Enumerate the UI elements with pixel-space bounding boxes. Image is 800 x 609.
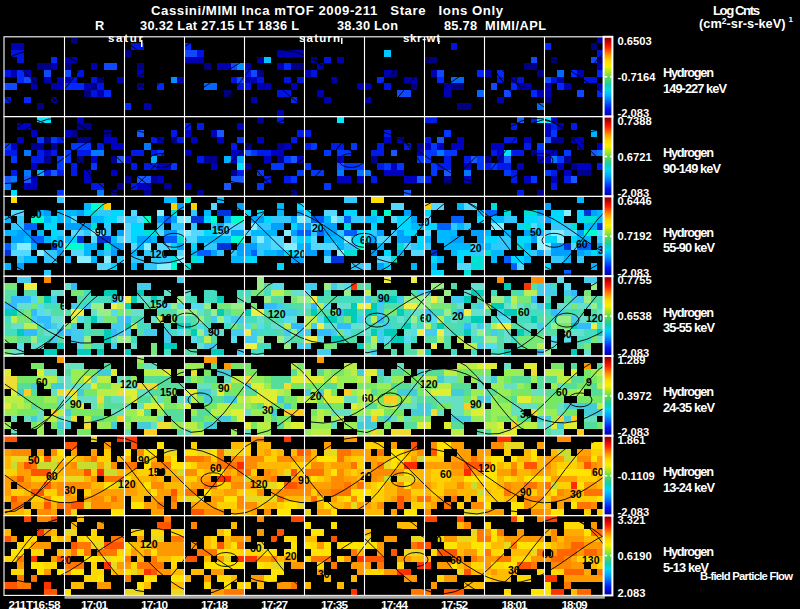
svg-text:120: 120	[140, 538, 158, 550]
svg-text:150: 150	[212, 224, 230, 236]
svg-text:R: R	[95, 18, 104, 33]
svg-text:60: 60	[52, 238, 64, 250]
svg-text:30: 30	[560, 328, 572, 340]
svg-text:120: 120	[120, 378, 138, 390]
svg-text:90: 90	[430, 534, 442, 546]
svg-text:MIMI/APL: MIMI/APL	[485, 18, 546, 33]
svg-text:60: 60	[542, 548, 554, 560]
svg-text:120: 120	[250, 478, 268, 490]
svg-text:60: 60	[592, 466, 604, 478]
svg-text:90: 90	[112, 292, 124, 304]
svg-text:60: 60	[210, 462, 222, 474]
svg-text:20: 20	[285, 550, 297, 562]
svg-text:30: 30	[262, 404, 274, 416]
svg-text:0.6721: 0.6721	[618, 151, 652, 163]
svg-text:17:35: 17:35	[321, 598, 348, 609]
svg-text:50: 50	[530, 226, 542, 238]
svg-text:18:01: 18:01	[502, 598, 528, 609]
svg-text:Hydrogen: Hydrogen	[663, 544, 714, 559]
svg-text:20: 20	[312, 222, 324, 234]
svg-text:30: 30	[508, 564, 520, 576]
svg-text:120: 120	[118, 478, 136, 490]
svg-text:60: 60	[330, 306, 342, 318]
svg-text:90: 90	[418, 216, 430, 228]
svg-text:20: 20	[470, 242, 482, 254]
svg-text:120: 120	[268, 308, 286, 320]
svg-text:35-55 keV: 35-55 keV	[663, 320, 715, 335]
svg-text:90-149 keV: 90-149 keV	[663, 161, 721, 176]
svg-text:30: 30	[520, 408, 532, 420]
svg-text:Hydrogen: Hydrogen	[663, 384, 714, 399]
svg-text:17:01: 17:01	[81, 598, 108, 609]
svg-text:0.7388: 0.7388	[618, 115, 652, 127]
svg-text:20: 20	[310, 390, 322, 402]
svg-text:saturn: saturn	[299, 32, 340, 44]
svg-text:Hydrogen: Hydrogen	[663, 225, 714, 240]
svg-text:satur: satur	[108, 32, 144, 44]
svg-text:90: 90	[70, 398, 82, 410]
svg-text:17:52: 17:52	[441, 598, 468, 609]
svg-text:120: 120	[150, 248, 168, 260]
svg-text:30: 30	[570, 488, 582, 500]
svg-text:30.32 Lat 27.15 LT 1836 L: 30.32 Lat 27.15 LT 1836 L	[140, 18, 299, 33]
svg-text:17:18: 17:18	[201, 598, 228, 609]
svg-text:150: 150	[150, 298, 168, 310]
svg-text:20: 20	[60, 554, 72, 566]
svg-text:120: 120	[586, 312, 604, 324]
svg-text:0.7755: 0.7755	[618, 274, 652, 286]
svg-text:60: 60	[360, 234, 372, 246]
svg-text:211T16:58: 211T16:58	[9, 598, 61, 609]
svg-text:0.3972: 0.3972	[618, 390, 652, 402]
svg-text:0.7192: 0.7192	[618, 230, 652, 242]
svg-text:90: 90	[95, 226, 107, 238]
svg-text:0.6446: 0.6446	[618, 195, 652, 207]
svg-text:60: 60	[46, 470, 58, 482]
svg-text:150: 150	[148, 466, 166, 478]
svg-text:0.6503: 0.6503	[618, 35, 652, 47]
svg-text:0.6538: 0.6538	[618, 310, 652, 322]
svg-text:149-227 keV: 149-227 keV	[663, 81, 727, 96]
svg-text:120: 120	[420, 378, 438, 390]
svg-text:60: 60	[556, 386, 568, 398]
svg-text:60: 60	[420, 312, 432, 324]
svg-text:90: 90	[470, 398, 482, 410]
svg-text:-0.1109: -0.1109	[618, 470, 655, 482]
svg-text:60: 60	[60, 300, 72, 312]
svg-text:85.78: 85.78	[444, 18, 477, 33]
svg-text:(cm2-sr-s-keV)1: (cm2-sr-s-keV)1	[699, 15, 794, 31]
svg-text:120: 120	[478, 462, 496, 474]
svg-text:1.861: 1.861	[618, 434, 646, 446]
svg-text:30: 30	[64, 484, 76, 496]
svg-text:13-24 keV: 13-24 keV	[663, 480, 715, 495]
svg-text:130: 130	[582, 554, 600, 566]
svg-text:Hydrogen: Hydrogen	[663, 65, 714, 80]
svg-text:24-35 keV: 24-35 keV	[663, 400, 715, 415]
svg-text:B-field Particle Flow: B-field Particle Flow	[700, 570, 793, 582]
svg-text:90: 90	[218, 382, 230, 394]
svg-text:Hydrogen: Hydrogen	[663, 145, 714, 160]
svg-text:38.30 Lon: 38.30 Lon	[337, 18, 398, 33]
svg-text:20: 20	[360, 470, 372, 482]
svg-text:Cassini/MIMI Inca mTOF 2009-2: Cassini/MIMI Inca mTOF 2009-211 Stare Io…	[151, 3, 504, 18]
svg-text:60: 60	[518, 306, 530, 318]
svg-text:3.321: 3.321	[618, 514, 646, 526]
svg-text:skr-wt: skr-wt	[403, 32, 440, 44]
svg-text:-0.7164: -0.7164	[618, 71, 657, 83]
svg-text:17:27: 17:27	[261, 598, 288, 609]
svg-text:90: 90	[378, 292, 390, 304]
svg-text:120: 120	[288, 248, 306, 260]
svg-text:18:09: 18:09	[562, 598, 588, 609]
svg-text:60: 60	[362, 392, 374, 404]
svg-text:90: 90	[520, 486, 532, 498]
svg-text:150: 150	[160, 386, 178, 398]
svg-text:60: 60	[576, 238, 588, 250]
svg-text:90: 90	[208, 326, 220, 338]
svg-text:60: 60	[450, 554, 462, 566]
svg-text:60: 60	[36, 376, 48, 388]
svg-text:Hydrogen: Hydrogen	[663, 305, 714, 320]
svg-text:90: 90	[138, 454, 150, 466]
svg-text:120: 120	[160, 312, 178, 324]
svg-text:50: 50	[30, 208, 42, 220]
svg-text:90: 90	[298, 474, 310, 486]
svg-text:20: 20	[452, 310, 464, 322]
